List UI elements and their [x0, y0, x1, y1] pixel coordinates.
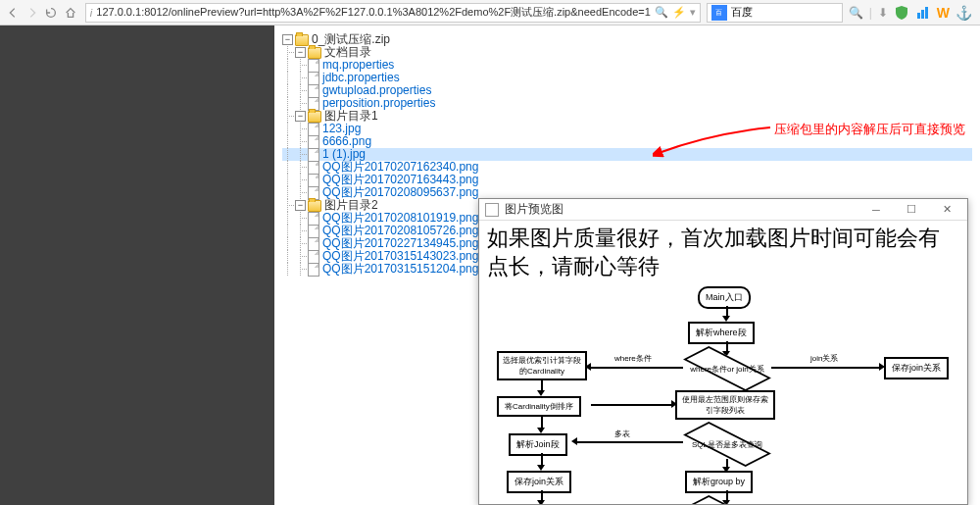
preview-titlebar[interactable]: 图片预览图 ─ ☐ ✕: [479, 199, 967, 221]
flowchart-image: Main入口 解析where段 选择最优索引计算字段的Cardinality w…: [487, 286, 959, 504]
file-icon: [308, 84, 319, 98]
home-button[interactable]: [62, 3, 79, 23]
search-box[interactable]: 百 百度: [707, 3, 843, 23]
fc-parse-join: 解析Join段: [509, 433, 567, 456]
url-text: 127.0.0.1:8012/onlinePreview?url=http%3A…: [96, 5, 651, 20]
url-bar[interactable]: i 127.0.0.1:8012/onlinePreview?url=http%…: [85, 3, 701, 23]
file-icon: [308, 148, 319, 162]
fc-range-index: 使用最左范围原则保存索引字段列表: [675, 390, 775, 420]
preview-title: 图片预览图: [505, 201, 856, 218]
baidu-icon: 百: [711, 5, 727, 21]
w-orange-icon[interactable]: W: [937, 5, 950, 21]
svg-rect-2: [925, 7, 928, 19]
svg-rect-1: [921, 10, 924, 19]
flash-icon[interactable]: ⚡: [672, 6, 686, 19]
node-label: QQ图片20170315151204.png: [322, 263, 478, 276]
dark-sidebar: [0, 25, 274, 505]
fc-select-index: 选择最优索引计算字段的Cardinality: [497, 351, 587, 380]
expander-icon[interactable]: −: [295, 47, 306, 58]
folder-icon: [308, 47, 321, 59]
close-button[interactable]: ✕: [932, 200, 961, 220]
preview-message: 如果图片质量很好，首次加载图片时间可能会有点长，请耐心等待: [487, 225, 959, 280]
fc-parse-where: 解析where段: [688, 322, 755, 344]
file-icon: [308, 123, 319, 136]
fc-label-where: where条件: [614, 353, 652, 364]
file-icon: [308, 161, 319, 175]
annotation-text: 压缩包里的内容解压后可直接预览: [774, 121, 965, 138]
back-button[interactable]: [4, 3, 22, 23]
fc-label-multi: 多表: [614, 429, 630, 439]
fc-cond-diamond: where条件or join关系: [683, 353, 771, 384]
tree-folder[interactable]: −0_测试压缩.zip: [282, 33, 972, 46]
fc-multi-diamond: SQL是否是多表查询: [683, 429, 771, 460]
folder-icon: [295, 34, 309, 46]
file-icon: [308, 59, 319, 73]
fc-parse-groupby: 解析group by: [685, 471, 753, 493]
fc-group-diamond: group_by定段是否含有: [683, 502, 771, 504]
folder-icon: [308, 111, 321, 123]
expander-icon[interactable]: −: [295, 200, 306, 211]
url-info-icon: i: [90, 7, 92, 19]
file-icon: [308, 135, 319, 149]
analytics-icon[interactable]: [915, 5, 931, 21]
fc-save-join1: 保存join关系: [884, 357, 949, 379]
preview-body: 如果图片质量很好，首次加载图片时间可能会有点长，请耐心等待 Main入口 解析w…: [479, 221, 967, 504]
file-icon: [308, 250, 319, 264]
search-glass-icon[interactable]: 🔍: [849, 6, 863, 20]
file-icon: [308, 72, 319, 85]
maximize-button[interactable]: ☐: [897, 200, 926, 220]
fc-sort-card: 将Cardinality倒排序: [497, 396, 581, 417]
minimize-button[interactable]: ─: [861, 200, 891, 220]
svg-rect-0: [917, 13, 920, 19]
tree-file[interactable]: perposition.properties: [282, 97, 972, 110]
fc-main: Main入口: [698, 286, 751, 309]
file-icon: [308, 225, 319, 238]
fc-save-join2: 保存join关系: [507, 471, 571, 493]
fc-label-join: join关系: [810, 353, 838, 364]
search-icon[interactable]: 🔍: [655, 6, 668, 19]
preview-window: 图片预览图 ─ ☐ ✕ 如果图片质量很好，首次加载图片时间可能会有点长，请耐心等…: [478, 198, 968, 505]
preview-app-icon: [485, 203, 499, 217]
file-icon: [308, 263, 319, 277]
file-icon: [308, 237, 319, 251]
w-blue-icon[interactable]: ⚓: [956, 5, 972, 21]
file-icon: [308, 174, 319, 187]
file-icon: [308, 212, 319, 226]
download-icon[interactable]: ⬇: [878, 6, 888, 20]
dropdown-icon[interactable]: ▾: [690, 6, 696, 19]
separator: |: [869, 6, 872, 20]
expander-icon[interactable]: −: [295, 111, 306, 122]
search-engine-label: 百度: [731, 5, 753, 20]
forward-button[interactable]: [24, 3, 41, 23]
main-panel: −0_测试压缩.zip−文档目录mq.propertiesjdbc.proper…: [274, 25, 980, 505]
reload-button[interactable]: [42, 3, 60, 23]
folder-icon: [308, 200, 321, 212]
shield-icon[interactable]: [894, 5, 909, 21]
expander-icon[interactable]: −: [282, 34, 293, 45]
